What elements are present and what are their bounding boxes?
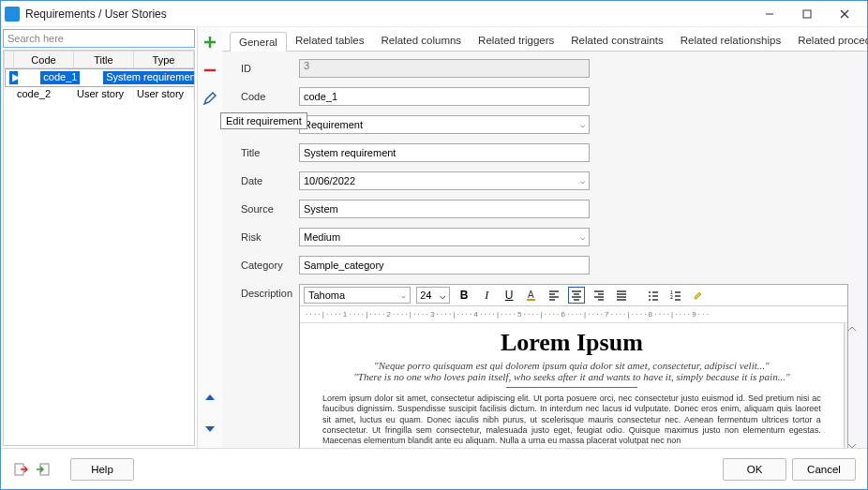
chevron-down-icon: ⌵ [580,120,585,129]
font-color-button[interactable]: A [523,287,540,304]
doc-paragraph: Lorem ipsum dolor sit amet, consectetur … [322,393,821,446]
svg-text:A: A [528,290,534,300]
title-field[interactable] [299,143,590,162]
export-icon[interactable] [12,461,29,478]
risk-label: Risk [241,231,299,243]
title-bar: Requirements / User Stories [1,1,867,27]
doc-title: Lorem Ipsum [322,329,821,357]
move-up-button[interactable] [201,390,219,408]
ruler: · · · · | · · · · 1 · · · · | · · · · 2 … [300,306,847,323]
chevron-down-icon: ⌵ [580,232,585,242]
title-label: Title [241,147,299,158]
move-down-button[interactable] [201,418,219,437]
help-button[interactable]: Help [70,458,134,481]
col-code[interactable]: Code [14,52,74,68]
align-center-button[interactable] [568,287,585,304]
doc-quote-2: "There is no one who loves pain itself, … [322,371,821,382]
app-icon [5,7,20,22]
svg-rect-5 [527,299,535,301]
editor-scrollbar[interactable] [844,323,847,448]
search-input[interactable]: Search here [3,29,195,48]
type-select[interactable]: Requirement⌵ [299,115,590,134]
doc-divider [506,387,637,388]
source-label: Source [241,203,299,215]
tab-general[interactable]: General [230,32,287,52]
edit-button[interactable] [201,89,219,108]
svg-rect-1 [803,10,811,18]
description-label: Description [241,284,299,299]
svg-point-8 [649,299,651,301]
id-field: 3 [299,59,590,78]
chevron-down-icon: ⌵ [401,291,406,300]
tab-related-columns[interactable]: Related columns [372,31,470,51]
highlight-button[interactable] [690,287,707,304]
chevron-down-icon: ⌵ [580,176,585,186]
tab-related-procedures[interactable]: Related procedures [789,31,868,51]
align-justify-button[interactable] [613,287,630,304]
table-row[interactable]: ▶code_1System requirementRequirement [5,68,196,87]
align-left-button[interactable] [546,287,562,304]
col-title[interactable]: Title [74,52,134,68]
minimize-button[interactable] [751,5,788,23]
doc-quote-1: "Neque porro quisquam est qui dolorem ip… [322,360,821,371]
underline-button[interactable]: U [501,287,517,304]
maximize-button[interactable] [788,5,826,23]
date-label: Date [241,175,299,186]
category-label: Category [241,260,299,271]
align-right-button[interactable] [591,287,607,304]
tab-related-constraints[interactable]: Related constraints [562,31,671,51]
font-select[interactable]: Tahoma⌵ [304,287,411,304]
ok-button[interactable]: OK [723,458,786,481]
date-select[interactable]: 10/06/2022⌵ [299,171,590,190]
chevron-down-icon: ⌵ [440,290,446,302]
source-field[interactable] [299,200,590,218]
remove-button[interactable] [201,61,219,80]
svg-text:2: 2 [670,294,673,300]
tab-related-relationships[interactable]: Related relationships [672,31,789,51]
close-button[interactable] [826,5,863,23]
svg-point-7 [649,295,651,297]
category-field[interactable] [299,256,590,275]
tab-related-triggers[interactable]: Related triggers [470,31,562,51]
code-label: Code [241,91,299,102]
col-type[interactable]: Type [134,52,194,68]
description-editor[interactable]: Tahoma⌵ 24⌵ B I U A 12 [299,284,848,448]
id-label: ID [241,63,299,74]
edit-tooltip: Edit requirement [220,112,307,129]
number-list-button[interactable]: 12 [667,287,684,304]
code-field[interactable] [299,87,590,106]
import-icon[interactable] [35,461,52,478]
risk-select[interactable]: Medium⌵ [299,228,590,246]
svg-point-6 [649,291,651,293]
font-size-select[interactable]: 24⌵ [416,287,450,304]
bullet-list-button[interactable] [645,287,662,304]
window-title: Requirements / User Stories [25,7,751,21]
tab-related-tables[interactable]: Related tables [287,31,373,51]
cancel-button[interactable]: Cancel [792,458,856,481]
table-row[interactable]: code_2User storyUser story [5,87,194,100]
requirements-grid[interactable]: Code Title Type ▶code_1System requiremen… [3,50,195,446]
add-button[interactable] [201,33,219,52]
bold-button[interactable]: B [456,287,472,304]
italic-button[interactable]: I [478,287,495,304]
